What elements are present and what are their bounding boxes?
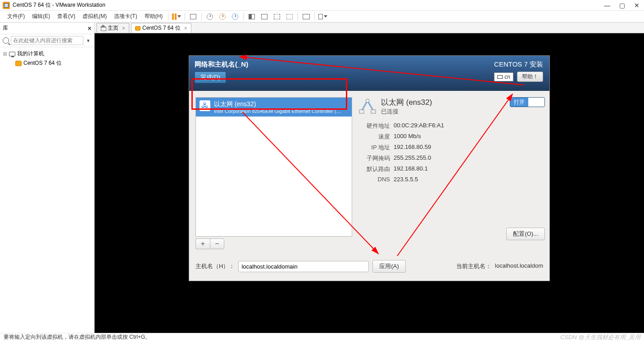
tab-home[interactable]: 主页 ×: [96, 23, 129, 33]
vm-icon: [135, 26, 141, 31]
statusbar-hint: 要将输入定向到该虚拟机，请在虚拟机内部单击或按 Ctrl+G。: [4, 333, 150, 341]
hostname-label: 主机名（H）：: [195, 262, 235, 270]
watermark: CSDN @天生我材必有用_吴用: [560, 333, 640, 341]
ip-label: IP 地址: [358, 144, 390, 152]
tab-bar: 主页 × CentOS 7 64 位 ×: [95, 22, 644, 33]
separator: [185, 13, 185, 21]
snapshot-revert-icon[interactable]: [218, 12, 227, 21]
installer-window: 网络和主机名(_N) 完成(D) CENTOS 7 安装 cn 帮助！: [189, 56, 549, 281]
mask-value: 255.255.255.0: [394, 154, 431, 162]
menubar: 文件(F) 编辑(E) 查看(V) 虚拟机(M) 选项卡(T) 帮助(H): [0, 11, 644, 22]
installer-title: 网络和主机名(_N): [195, 60, 248, 69]
library-sidebar: 库 × ▼ ⊟ 我的计算机 CentOS 7 64 位: [0, 22, 95, 333]
network-item-selected[interactable]: 🖧 以太网 (ens32) Intel Corporation 82545EM …: [196, 98, 352, 117]
view-single-icon[interactable]: [247, 12, 256, 21]
hostname-input[interactable]: [238, 261, 369, 272]
svg-rect-1: [359, 110, 364, 113]
separator: [314, 13, 315, 21]
window-controls: — ▢ ✕: [602, 2, 641, 9]
svg-point-0: [366, 99, 369, 103]
content-area: 主页 × CentOS 7 64 位 × 网络和主机名(_N) 完成(D) CE…: [95, 22, 644, 333]
my-computer-label: 我的计算机: [17, 50, 44, 58]
gateway-label: 默认路由: [358, 165, 390, 173]
apply-button[interactable]: 应用(A): [372, 260, 405, 273]
done-button[interactable]: 完成(D): [195, 72, 226, 83]
tree-my-computer[interactable]: ⊟ 我的计算机: [3, 49, 91, 58]
help-button[interactable]: 帮助！: [517, 72, 543, 82]
ip-value: 192.168.80.59: [394, 144, 431, 152]
speed-label: 速度: [358, 133, 390, 141]
snapshot-manager-icon[interactable]: [231, 12, 240, 21]
tree-vm-item[interactable]: CentOS 7 64 位: [3, 58, 91, 68]
vm-name-label: CentOS 7 64 位: [23, 59, 62, 67]
window-titlebar: CentOS 7 64 位 - VMware Workstation — ▢ ✕: [0, 0, 644, 11]
statusbar: 要将输入定向到该虚拟机，请在虚拟机内部单击或按 Ctrl+G。 CSDN @天生…: [0, 333, 644, 341]
menu-help[interactable]: 帮助(H): [141, 13, 167, 20]
pause-icon[interactable]: [172, 12, 181, 21]
menu-file[interactable]: 文件(F): [4, 13, 28, 20]
add-network-button[interactable]: +: [195, 238, 210, 249]
current-hostname-value: localhost.localdom: [495, 262, 543, 270]
separator: [168, 13, 168, 21]
library-label: 库: [3, 24, 8, 32]
computer-icon: [9, 52, 15, 56]
menu-edit[interactable]: 编辑(E): [28, 13, 54, 20]
dns-value: 223.5.5.5: [394, 176, 418, 183]
ethernet-icon: 🖧: [200, 100, 210, 111]
tab-vm[interactable]: CentOS 7 64 位 ×: [131, 23, 191, 33]
vm-icon: [15, 61, 22, 66]
tab-vm-label: CentOS 7 64 位: [142, 24, 181, 32]
menu-tabs[interactable]: 选项卡(T): [110, 13, 141, 20]
remove-network-button[interactable]: −: [210, 238, 224, 249]
network-toggle[interactable]: 打开: [510, 97, 545, 107]
separator: [298, 13, 298, 21]
vmware-app-icon: [3, 2, 10, 9]
snapshot-icon[interactable]: [205, 12, 214, 21]
menu-view[interactable]: 查看(V): [54, 13, 79, 20]
detail-nic-name: 以太网 (ens32): [381, 97, 432, 108]
tab-close-icon[interactable]: ×: [122, 25, 125, 31]
dns-label: DNS: [358, 176, 390, 183]
library-search-input[interactable]: [11, 36, 83, 45]
view-thumbnail-icon[interactable]: [260, 12, 269, 21]
nic-description: Intel Corporation 82545EM Gigabit Ethern…: [214, 108, 345, 114]
minimize-button[interactable]: —: [602, 2, 612, 9]
keyboard-icon: [497, 75, 503, 79]
separator: [243, 13, 244, 21]
maximize-button[interactable]: ▢: [617, 2, 627, 9]
svg-rect-2: [371, 110, 376, 113]
search-icon: [3, 37, 9, 44]
tab-home-label: 主页: [108, 24, 118, 32]
fullscreen-icon[interactable]: [302, 12, 311, 21]
view-unity-icon[interactable]: [285, 12, 294, 21]
tab-close-icon[interactable]: ×: [184, 25, 187, 31]
toggle-on-label: 打开: [510, 98, 528, 107]
network-details: 以太网 (ens32) 已连接 打开 硬件地址00:0C:29:AB:F6:A1…: [358, 97, 545, 249]
gateway-value: 192.168.80.1: [394, 165, 428, 173]
hw-addr-value: 00:0C:29:AB:F6:A1: [394, 122, 444, 130]
send-keys-icon[interactable]: [189, 12, 198, 21]
installer-brand: CENTOS 7 安装: [494, 60, 543, 69]
hw-addr-label: 硬件地址: [358, 122, 390, 130]
current-hostname-label: 当前主机名：: [456, 262, 491, 270]
speed-value: 1000 Mb/s: [394, 133, 421, 141]
search-dropdown-icon[interactable]: ▼: [85, 38, 91, 43]
window-title: CentOS 7 64 位 - VMware Workstation: [13, 1, 602, 9]
mask-label: 子网掩码: [358, 154, 390, 162]
collapse-icon[interactable]: ⊟: [3, 51, 7, 56]
menu-vm[interactable]: 虚拟机(M): [79, 13, 110, 20]
close-button[interactable]: ✕: [632, 2, 641, 9]
detail-status: 已连接: [381, 108, 432, 116]
vm-console[interactable]: 网络和主机名(_N) 完成(D) CENTOS 7 安装 cn 帮助！: [95, 33, 644, 333]
configure-button[interactable]: 配置(O)...: [506, 228, 545, 240]
toggle-handle: [528, 98, 544, 107]
view-console-icon[interactable]: [272, 12, 281, 21]
nic-name: 以太网 (ens32): [214, 100, 345, 108]
installer-header: 网络和主机名(_N) 完成(D) CENTOS 7 安装 cn 帮助！: [189, 56, 549, 91]
ethernet-large-icon: [358, 97, 376, 115]
keyboard-layout-button[interactable]: cn: [494, 72, 513, 81]
stretch-icon[interactable]: [318, 12, 327, 21]
library-close-icon[interactable]: ×: [88, 25, 91, 32]
home-icon: [100, 26, 106, 31]
network-list[interactable]: 🖧 以太网 (ens32) Intel Corporation 82545EM …: [195, 97, 352, 237]
